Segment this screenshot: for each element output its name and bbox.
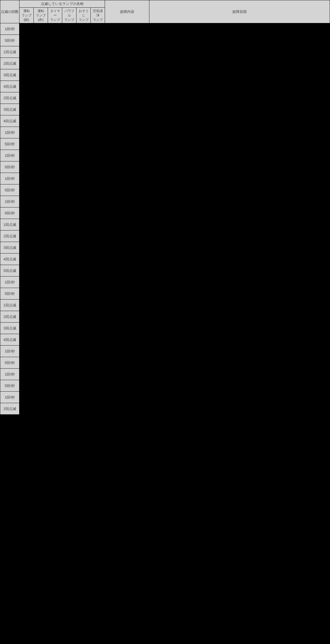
lamp-cell <box>91 104 105 115</box>
lamp-cell <box>91 115 105 127</box>
fault-content <box>105 161 149 173</box>
table-row: 4回点滅 <box>0 115 330 127</box>
fault-cause <box>149 230 330 242</box>
lamp-cell <box>91 219 105 230</box>
lamp-cell <box>48 277 62 288</box>
lamp-cell <box>48 346 62 357</box>
table-row: 3回点滅 <box>0 69 330 81</box>
header-lamp6: 空気清浄ランプ <box>91 7 105 23</box>
lamp-cell <box>62 346 76 357</box>
lamp-cell <box>34 92 48 104</box>
lamp-cell <box>91 23 105 35</box>
lamp-cell <box>34 265 48 277</box>
fault-cause <box>149 253 330 265</box>
blink-count: 1回/秒 <box>0 127 19 138</box>
lamp-cell <box>19 334 34 346</box>
blink-count: 2回点滅 <box>0 230 19 242</box>
lamp-cell <box>19 219 34 230</box>
fault-cause <box>149 334 330 346</box>
blink-count: 5回/秒 <box>0 161 19 173</box>
table-row: 1回/秒 <box>0 196 330 207</box>
fault-cause <box>149 23 330 35</box>
table-row: 1回/秒 <box>0 23 330 35</box>
lamp-cell <box>76 173 91 184</box>
lamp-cell <box>48 288 62 300</box>
blink-count: 3回点滅 <box>0 104 19 115</box>
blink-count: 1回/秒 <box>0 392 19 403</box>
fault-content <box>105 23 149 35</box>
lamp-cell <box>34 300 48 311</box>
blink-count: 4回点滅 <box>0 115 19 127</box>
fault-content <box>105 300 149 311</box>
header-lamp4: パワフルランプ <box>62 7 76 23</box>
fault-cause <box>149 92 330 104</box>
lamp-cell <box>91 127 105 138</box>
lamp-cell <box>91 81 105 92</box>
fault-content <box>105 380 149 392</box>
lamp-cell <box>19 403 34 415</box>
fault-cause <box>149 35 330 46</box>
lamp-cell <box>48 173 62 184</box>
lamp-cell <box>76 150 91 161</box>
table-row: 5回/秒 <box>0 207 330 219</box>
fault-cause <box>149 196 330 207</box>
blink-count: 2回点滅 <box>0 58 19 69</box>
lamp-cell <box>91 173 105 184</box>
lamp-cell <box>91 380 105 392</box>
lamp-cell <box>19 184 34 196</box>
lamp-cell <box>62 403 76 415</box>
header-lamp1: 運転ランプ(緑) <box>19 7 34 23</box>
lamp-cell <box>76 357 91 369</box>
fault-content <box>105 288 149 300</box>
table-row: 5回/秒 <box>0 138 330 150</box>
lamp-cell <box>91 277 105 288</box>
lamp-cell <box>48 138 62 150</box>
blink-count: 1回/秒 <box>0 369 19 380</box>
lamp-cell <box>34 288 48 300</box>
lamp-cell <box>19 35 34 46</box>
lamp-cell <box>34 196 48 207</box>
lamp-cell <box>48 69 62 81</box>
lamp-cell <box>62 242 76 253</box>
lamp-cell <box>62 127 76 138</box>
lamp-cell <box>62 46 76 58</box>
blink-count: 1回点滅 <box>0 219 19 230</box>
lamp-cell <box>62 392 76 403</box>
lamp-cell <box>34 346 48 357</box>
lamp-cell <box>48 127 62 138</box>
fault-content <box>105 403 149 415</box>
fault-cause <box>149 346 330 357</box>
lamp-cell <box>19 380 34 392</box>
blink-count: 3回点滅 <box>0 323 19 334</box>
lamp-cell <box>62 288 76 300</box>
lamp-cell <box>91 311 105 323</box>
lamp-cell <box>48 46 62 58</box>
header-lamp3: タイマーランプ <box>48 7 62 23</box>
blink-count: 5回/秒 <box>0 357 19 369</box>
blink-count: 1回点滅 <box>0 46 19 58</box>
lamp-cell <box>62 369 76 380</box>
lamp-cell <box>34 369 48 380</box>
lamp-cell <box>48 104 62 115</box>
table-row: 5回/秒 <box>0 184 330 196</box>
fault-content <box>105 69 149 81</box>
blink-count: 2回点滅 <box>0 403 19 415</box>
lamp-cell <box>48 92 62 104</box>
lamp-cell <box>91 35 105 46</box>
fault-cause <box>149 115 330 127</box>
lamp-cell <box>76 104 91 115</box>
lamp-cell <box>34 207 48 219</box>
lamp-cell <box>76 403 91 415</box>
lamp-cell <box>91 46 105 58</box>
lamp-cell <box>19 253 34 265</box>
blink-count: 5回/秒 <box>0 207 19 219</box>
lamp-cell <box>34 323 48 334</box>
lamp-cell <box>19 58 34 69</box>
lamp-cell <box>34 184 48 196</box>
lamp-cell <box>48 300 62 311</box>
blink-count: 3回点滅 <box>0 242 19 253</box>
lamp-cell <box>76 323 91 334</box>
lamp-cell <box>34 219 48 230</box>
table-row: 3回点滅 <box>0 104 330 115</box>
lamp-cell <box>34 334 48 346</box>
